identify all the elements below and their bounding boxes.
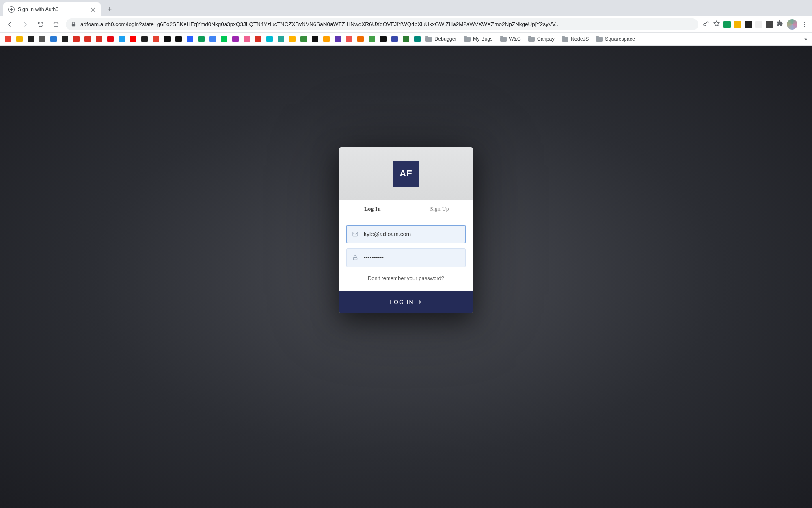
password-lock-icon [352,254,359,261]
login-submit-button[interactable]: LOG IN [339,291,473,313]
bookmark-item[interactable] [414,36,421,42]
bookmark-item[interactable] [312,36,318,42]
address-bar[interactable]: adfoam.auth0.com/login?state=g6Fo2SBKeHF… [66,18,698,30]
bookmark-item[interactable] [50,36,57,42]
bookmark-folder[interactable]: NodeJS [562,36,589,42]
extension-icon[interactable] [734,21,741,28]
back-button[interactable] [4,19,15,30]
bookmark-item[interactable] [323,36,330,42]
bookmark-item[interactable] [357,36,364,42]
bookmark-item[interactable] [164,36,171,42]
bookmark-item[interactable] [141,36,148,42]
bookmark-item[interactable] [198,36,205,42]
tab-title: Sign In with Auth0 [18,7,87,12]
bookmark-folder-label: NodeJS [571,36,589,42]
bookmark-item[interactable] [244,36,250,42]
forgot-password-link[interactable]: Don't remember your password? [346,272,466,288]
bookmark-folder[interactable]: My Bugs [464,36,493,42]
new-tab-button[interactable]: + [104,4,115,15]
key-icon[interactable] [702,20,710,29]
email-field-wrapper[interactable] [346,225,466,243]
bookmark-item[interactable] [5,36,11,42]
bookmark-item[interactable] [255,36,261,42]
globe-icon [8,6,15,13]
close-tab-icon[interactable] [90,7,96,12]
bookmark-item[interactable] [39,36,45,42]
extension-icon[interactable] [723,21,731,28]
home-button[interactable] [50,19,62,30]
bookmark-item[interactable] [119,36,125,42]
bookmark-folder-label: W&C [509,36,521,42]
bookmark-item[interactable] [84,36,91,42]
bookmark-item[interactable] [380,36,387,42]
bookmark-item[interactable] [232,36,239,42]
chevron-right-icon [417,300,422,304]
bookmark-item[interactable] [130,36,136,42]
bookmark-item[interactable] [28,36,34,42]
extension-icon[interactable] [745,21,752,28]
bookmark-folder[interactable]: Debugger [425,36,457,42]
password-input[interactable] [364,254,460,261]
lock-icon [71,22,76,27]
bookmark-folder-label: My Bugs [473,36,493,42]
bookmark-folder-label: Caripay [537,36,555,42]
tab-signup[interactable]: Sign Up [406,200,473,217]
auth-tabs: Log In Sign Up [339,200,473,217]
bookmark-item[interactable] [346,36,352,42]
bookmark-item[interactable] [403,36,409,42]
bookmark-star-icon[interactable] [713,20,720,29]
tab-login[interactable]: Log In [339,200,406,217]
tab-strip: Sign In with Auth0 + [0,0,812,16]
bookmarks-overflow-icon[interactable]: » [804,36,807,42]
bookmark-folder-group: DebuggerMy BugsW&CCaripayNodeJSSquarespa… [425,36,635,42]
folder-icon [596,37,603,42]
bookmark-item[interactable] [266,36,273,42]
browser-toolbar: adfoam.auth0.com/login?state=g6Fo2SBKeHF… [0,16,812,33]
bookmark-item[interactable] [335,36,341,42]
bookmark-item[interactable] [391,36,398,42]
email-input[interactable] [364,231,460,237]
extension-icons [723,21,773,28]
bookmark-item[interactable] [73,36,80,42]
folder-icon [464,37,471,42]
toolbar-right [702,19,808,30]
extension-icon[interactable] [755,21,762,28]
reload-button[interactable] [35,19,46,30]
bookmark-folder[interactable]: W&C [500,36,521,42]
bookmark-item[interactable] [300,36,307,42]
page-body: AF Log In Sign Up Don't remember your pa… [0,46,812,508]
bookmark-item[interactable] [153,36,159,42]
bookmark-item[interactable] [289,36,296,42]
profile-avatar[interactable] [787,19,797,30]
bookmark-item[interactable] [278,36,284,42]
auth-card: AF Log In Sign Up Don't remember your pa… [339,147,473,313]
bookmark-item[interactable] [175,36,182,42]
bookmark-item[interactable] [96,36,102,42]
svg-rect-2 [353,257,357,260]
brand-logo: AF [393,161,419,187]
bookmark-item[interactable] [209,36,216,42]
bookmark-item[interactable] [369,36,375,42]
extension-icon[interactable] [766,21,773,28]
password-field-wrapper[interactable] [346,248,466,267]
bookmark-icon-group [5,36,421,42]
browser-menu-icon[interactable] [801,21,808,28]
browser-tab[interactable]: Sign In with Auth0 [3,2,101,16]
bookmarks-bar: DebuggerMy BugsW&CCaripayNodeJSSquarespa… [0,33,812,46]
extensions-puzzle-icon[interactable] [776,20,784,29]
bookmark-item[interactable] [187,36,193,42]
forward-button[interactable] [19,19,31,30]
svg-point-0 [704,23,706,26]
bookmark-item[interactable] [221,36,227,42]
bookmark-item[interactable] [62,36,68,42]
bookmark-folder-label: Squarespace [605,36,635,42]
auth-header: AF [339,147,473,200]
bookmark-folder-label: Debugger [434,36,457,42]
bookmark-item[interactable] [16,36,23,42]
bookmark-folder[interactable]: Squarespace [596,36,635,42]
folder-icon [500,37,507,42]
folder-icon [425,37,432,42]
bookmark-item[interactable] [107,36,114,42]
auth-body: Don't remember your password? [339,217,473,291]
bookmark-folder[interactable]: Caripay [528,36,555,42]
